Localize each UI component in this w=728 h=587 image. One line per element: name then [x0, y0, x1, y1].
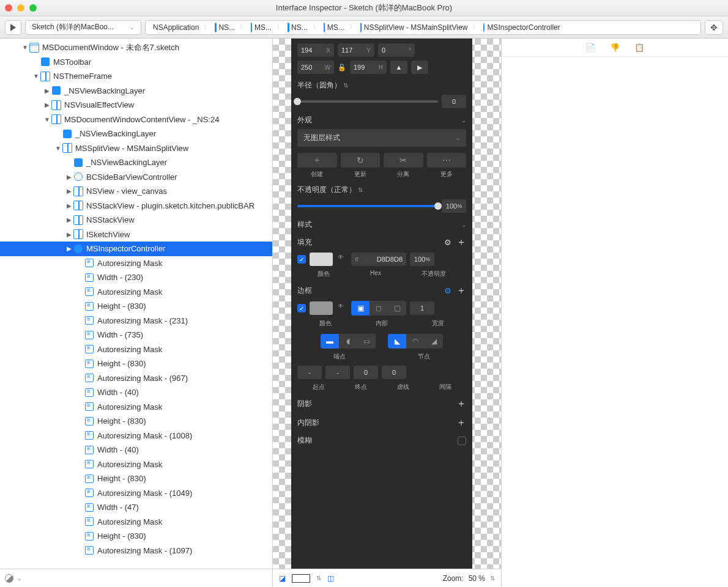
- height-input[interactable]: 199H: [350, 61, 387, 74]
- border-enabled-checkbox[interactable]: ✓: [297, 304, 306, 312]
- appearance-title[interactable]: 外观⌄: [297, 115, 466, 125]
- view-hierarchy-tree[interactable]: ▼MSDocumentWindow - 未命名7.sketchMSToolbar…: [0, 39, 272, 569]
- disclosure-triangle-icon[interactable]: ▼: [54, 145, 62, 152]
- border-center-icon[interactable]: ◻: [370, 301, 388, 316]
- layer-nav-icon[interactable]: ◫: [327, 574, 334, 583]
- cap-square-icon[interactable]: ▭: [357, 334, 376, 349]
- width-input[interactable]: 250W: [297, 61, 334, 74]
- tree-row[interactable]: Autoresizing Mask: [0, 256, 272, 271]
- tree-row[interactable]: ▼MSSplitView - MSMainSplitView: [0, 141, 272, 156]
- play-button[interactable]: [5, 20, 21, 35]
- border-position-segmented[interactable]: ▣ ◻ ▢: [351, 301, 406, 316]
- canvas-swatch[interactable]: [292, 574, 310, 583]
- disclosure-triangle-icon[interactable]: ▶: [65, 202, 73, 209]
- inner-shadow-section-title[interactable]: 内阴影＋: [297, 416, 466, 429]
- artboard-nav-icon[interactable]: ◪: [279, 574, 286, 583]
- tree-row[interactable]: Autoresizing Mask: [0, 515, 272, 530]
- fill-enabled-checkbox[interactable]: ✓: [297, 255, 306, 264]
- gear-icon[interactable]: ⚙: [444, 238, 451, 247]
- fill-color-swatch[interactable]: [310, 253, 333, 266]
- disclosure-triangle-icon[interactable]: ▶: [43, 87, 51, 94]
- zoom-window-button[interactable]: [29, 4, 37, 12]
- stepper-icon[interactable]: ⇅: [343, 82, 348, 89]
- tree-row[interactable]: Autoresizing Mask - (231): [0, 314, 272, 328]
- flip-vertical-button[interactable]: ▶: [411, 61, 428, 74]
- tree-row[interactable]: Autoresizing Mask - (1097): [0, 544, 272, 558]
- shadow-section-title[interactable]: 阴影＋: [297, 397, 466, 410]
- lock-aspect-icon[interactable]: 🔓: [338, 64, 346, 72]
- stepper-icon[interactable]: ⇅: [316, 575, 321, 581]
- tree-row[interactable]: ▶NSView - view_canvas: [0, 184, 272, 199]
- zoom-stepper-icon[interactable]: ⇅: [490, 575, 495, 581]
- target-button[interactable]: ✥: [705, 20, 723, 35]
- breadcrumb-item[interactable]: NSSplitView - MSMainSplitView: [355, 21, 473, 34]
- breadcrumb-item[interactable]: MSInspectorController: [478, 21, 565, 34]
- tree-row[interactable]: Width - (230): [0, 270, 272, 285]
- tree-row[interactable]: ▼MSDocumentWindow - 未命名7.sketch: [0, 40, 272, 55]
- opacity-value-input[interactable]: 100%: [442, 199, 466, 213]
- tree-row[interactable]: _NSViewBackingLayer: [0, 155, 272, 170]
- tree-row[interactable]: Height - (830): [0, 356, 272, 371]
- join-bevel-icon[interactable]: ◢: [425, 334, 443, 349]
- add-border-button[interactable]: ＋: [456, 285, 466, 295]
- tree-row[interactable]: ▶NSStackView - plugin.sketch.kitchen.pub…: [0, 199, 272, 213]
- breadcrumb-item[interactable]: NS...: [210, 21, 240, 34]
- opacity-slider[interactable]: [297, 205, 438, 207]
- tree-row[interactable]: ▼MSDocumentWindowContentView - _NS:24: [0, 113, 272, 127]
- cap-round-icon[interactable]: ◖: [339, 334, 357, 349]
- radius-value-input[interactable]: 0: [442, 95, 466, 108]
- line-join-segmented[interactable]: ◣ ◠ ◢: [388, 334, 443, 349]
- tree-row[interactable]: Autoresizing Mask: [0, 285, 272, 300]
- border-color-swatch[interactable]: [310, 301, 333, 315]
- disclosure-triangle-icon[interactable]: ▶: [65, 245, 73, 252]
- join-round-icon[interactable]: ◠: [406, 334, 425, 349]
- tree-row[interactable]: ▶MSInspectorController: [0, 242, 272, 256]
- tree-row[interactable]: _NSViewBackingLayer: [0, 127, 272, 141]
- tree-row[interactable]: Height - (830): [0, 471, 272, 486]
- breadcrumb-item[interactable]: MS...: [319, 21, 349, 34]
- line-cap-segmented[interactable]: ▬ ◖ ▭: [321, 334, 376, 349]
- disclosure-triangle-icon[interactable]: ▶: [65, 174, 73, 180]
- tab-file-icon[interactable]: 📄: [585, 43, 595, 53]
- tree-row[interactable]: ▶NSStackView: [0, 213, 272, 227]
- minimize-window-button[interactable]: [17, 4, 24, 12]
- create-style-button[interactable]: ＋: [297, 153, 337, 168]
- tree-row[interactable]: Width - (47): [0, 500, 272, 515]
- layer-style-select[interactable]: 无图层样式⌄: [297, 129, 466, 147]
- appearance-toggle-icon[interactable]: [5, 574, 13, 583]
- tree-row[interactable]: Width - (40): [0, 443, 272, 457]
- breadcrumb-item[interactable]: NSApplication: [146, 21, 204, 34]
- border-gap-input[interactable]: 0: [382, 366, 406, 379]
- disclosure-triangle-icon[interactable]: ▶: [65, 188, 73, 194]
- border-start-input[interactable]: -: [297, 366, 322, 379]
- tree-row[interactable]: Autoresizing Mask - (967): [0, 371, 272, 386]
- tree-row[interactable]: MSToolbar: [0, 55, 272, 70]
- tree-row[interactable]: Autoresizing Mask: [0, 400, 272, 415]
- close-window-button[interactable]: [5, 4, 12, 12]
- tree-row[interactable]: ▶NSVisualEffectView: [0, 98, 272, 113]
- tree-row[interactable]: Width - (40): [0, 385, 272, 400]
- tree-row[interactable]: Autoresizing Mask: [0, 457, 272, 472]
- disclosure-triangle-icon[interactable]: ▶: [43, 102, 51, 108]
- disclosure-triangle-icon[interactable]: ▼: [21, 44, 29, 51]
- rotation-input[interactable]: 0°: [378, 43, 415, 57]
- tree-row[interactable]: ▶ISketchView: [0, 227, 272, 242]
- tab-notes-icon[interactable]: 📋: [634, 43, 644, 53]
- fill-opacity-input[interactable]: 100%: [410, 253, 434, 266]
- radius-slider[interactable]: [297, 100, 438, 103]
- add-inner-shadow-button[interactable]: ＋: [456, 416, 466, 429]
- border-end-input[interactable]: -: [325, 366, 350, 379]
- tree-row[interactable]: Width - (735): [0, 328, 272, 342]
- flip-horizontal-button[interactable]: ▲: [390, 61, 407, 74]
- blur-section-title[interactable]: 模糊: [297, 435, 466, 446]
- fill-hex-input[interactable]: # D8D8D8: [351, 253, 406, 266]
- tree-row[interactable]: Autoresizing Mask: [0, 342, 272, 357]
- tree-row[interactable]: Autoresizing Mask - (1049): [0, 486, 272, 501]
- y-input[interactable]: 117Y: [338, 43, 374, 57]
- style-title[interactable]: 样式⌄: [297, 220, 466, 230]
- tab-thumbs-down-icon[interactable]: 👎: [610, 43, 620, 53]
- border-width-input[interactable]: 1: [410, 301, 434, 315]
- disclosure-triangle-icon[interactable]: ▼: [32, 73, 40, 79]
- dropdown-caret-icon[interactable]: ⌄: [17, 575, 22, 581]
- tree-row[interactable]: ▶_NSViewBackingLayer: [0, 84, 272, 98]
